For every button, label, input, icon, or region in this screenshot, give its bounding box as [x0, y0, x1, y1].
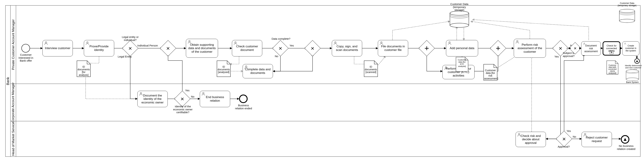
gateway-merge-entity: ×	[162, 42, 174, 54]
task-interview: Interview customer	[42, 40, 73, 56]
end-nobiz-label: No business relation created	[616, 145, 637, 151]
box-doc-risk: Document risk assessment	[581, 41, 601, 56]
svg-point-42	[620, 9, 635, 13]
data-id-analysis: ID documents [for analysis]	[77, 60, 90, 77]
end-event-nobiz	[621, 135, 629, 144]
svg-point-27	[246, 66, 247, 67]
svg-point-45	[626, 78, 639, 81]
gateway-approval-label: Approval?	[555, 145, 573, 148]
data-cust-conn: Customer data [with connected clients an…	[606, 60, 618, 73]
svg-point-46	[140, 92, 142, 94]
end-identity-final	[634, 58, 640, 64]
lane-title-head: Head of Market Service	[10, 121, 16, 157]
gateway-entity-label: Legal entity or individual?	[120, 36, 141, 41]
svg-point-30	[449, 42, 450, 43]
gateway-subject-yes: Yes	[553, 55, 560, 58]
task-file: File documents in customer file	[378, 40, 408, 56]
svg-point-35	[625, 43, 626, 44]
task-obtain: Obtain supporting data and documents of …	[186, 39, 218, 58]
svg-point-29	[381, 42, 382, 43]
svg-point-43	[620, 19, 635, 23]
lane-corporate: Corporate Account Manager	[10, 84, 640, 121]
signal-icon	[635, 59, 639, 63]
end-event-relation	[239, 95, 248, 103]
svg-point-28	[335, 42, 336, 43]
lane-title-private: Private Customer Account Manager	[10, 5, 16, 84]
datastore-bank-sys-label: Bank System	[624, 81, 640, 83]
datastore-temp2-label: Customer Data (temporary storage)	[616, 2, 638, 7]
start-event-label: Customer Interested in Bank offer	[16, 53, 36, 62]
datastore-temp1	[450, 11, 469, 28]
gateway-owner: ×	[176, 93, 188, 105]
svg-point-24	[87, 42, 88, 43]
task-check-risk: Check risk and decide about approval	[516, 132, 546, 147]
gateway-data-complete: ×	[275, 42, 286, 54]
svg-point-40	[450, 11, 469, 15]
box-create-cust: Create customer in the system	[622, 41, 639, 56]
gateway-entity: ×	[124, 42, 136, 54]
subprocess-marker-icon: +	[610, 51, 613, 54]
svg-point-26	[235, 42, 236, 43]
task-check-doc: Check customer document	[232, 40, 262, 56]
svg-point-31	[445, 67, 447, 68]
task-complete: Complete data and documents	[242, 64, 273, 78]
task-end-biz: End business relation	[200, 91, 230, 107]
svg-point-32	[517, 40, 518, 42]
start-event	[22, 44, 30, 52]
svg-point-49	[584, 133, 586, 135]
gateway-parallel-split: +	[421, 42, 432, 54]
data-cust-risk: Customer data [for risk assessment]	[484, 64, 497, 80]
gateway-data-no: No	[273, 55, 280, 58]
data-cust-kyc: Customer data [for KYC analysis]	[456, 57, 468, 66]
gateway-approval-yes: Yes	[565, 130, 572, 133]
pool-title-text: Bank	[6, 77, 10, 85]
svg-point-44	[626, 70, 639, 72]
svg-point-23	[45, 42, 47, 43]
datastore-temp1-label: Customer Data (temporary storage)	[448, 3, 471, 11]
pool-title: Bank	[6, 5, 10, 157]
gateway-merge-data: ×	[307, 42, 318, 54]
task-copy: Copy, sign, and scan documents	[332, 40, 362, 56]
gateway-data-yes: Yes	[288, 44, 295, 47]
task-prove-identity: Prove/Provide identity	[84, 40, 114, 56]
lane-title-corporate: Corporate Account Manager	[10, 84, 16, 121]
gateway-parallel-join: +	[492, 42, 504, 54]
box-check-conn: Check for connected clients +	[602, 41, 620, 56]
signal-icon-2	[622, 136, 628, 143]
task-doc-owner: Document the identity of the economic ow…	[137, 91, 168, 107]
gateway-entity-ind: Individual Person	[137, 44, 160, 47]
end-relation-label: Business relation ended	[234, 104, 253, 110]
svg-point-34	[584, 43, 585, 44]
gateway-approval: ×	[558, 133, 570, 145]
datastore-bank-sys	[626, 69, 639, 81]
svg-point-25	[189, 40, 190, 42]
gateway-approval-no: No	[571, 135, 578, 138]
svg-point-41	[450, 23, 469, 27]
gateway-owner-yes: Yes	[184, 89, 191, 92]
svg-point-48	[518, 133, 520, 135]
task-risk: Perform risk assessment of the customer	[514, 39, 546, 58]
bpmn-canvas: Bank Private Customer Account Manager Co…	[0, 0, 644, 162]
gateway-entity-leg: Legal Entity	[118, 55, 136, 58]
gateway-owner-no: No	[189, 95, 196, 98]
task-add-personal: Add personal data	[446, 40, 478, 56]
task-reject: Reject customer request	[582, 132, 612, 147]
gateway-data-label: Data complete?	[269, 37, 292, 40]
data-id-analysed: ID documents [analysed]	[217, 60, 231, 77]
data-id-scanned: ID documents [scanned]	[364, 60, 378, 77]
datastore-temp2	[619, 9, 635, 23]
gateway-owner-label: Identity of the economic owner certifiab…	[171, 105, 194, 114]
svg-point-47	[203, 92, 204, 94]
gw-merge-app: ×	[571, 44, 580, 52]
